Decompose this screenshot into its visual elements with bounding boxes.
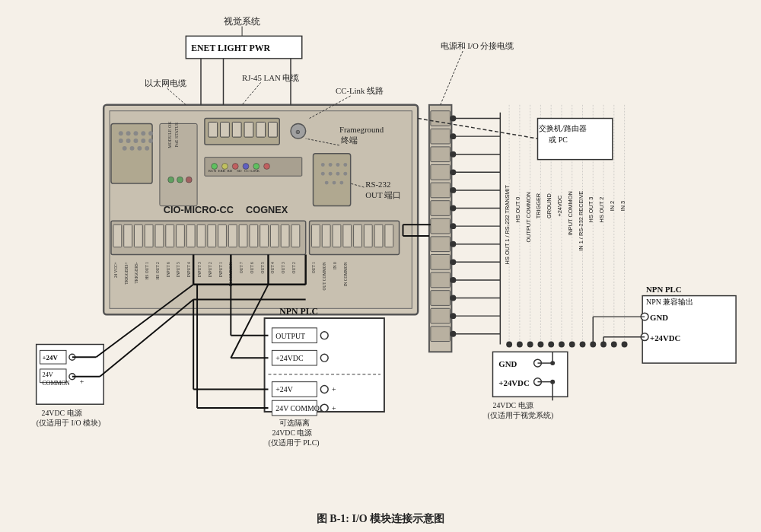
svg-point-225 — [527, 342, 533, 348]
svg-text:+24V: +24V — [43, 354, 59, 362]
svg-point-230 — [580, 342, 586, 348]
svg-rect-159 — [431, 111, 451, 126]
svg-point-16 — [137, 146, 142, 151]
svg-rect-30 — [269, 122, 278, 137]
svg-point-22 — [177, 177, 183, 183]
svg-point-5 — [126, 131, 131, 135]
svg-text:+24V: +24V — [275, 385, 292, 393]
svg-rect-167 — [431, 255, 451, 270]
svg-text:+24VDC: +24VDC — [498, 378, 529, 387]
svg-point-14 — [123, 146, 127, 151]
svg-point-233 — [611, 342, 617, 348]
svg-text:OUT 7: OUT 7 — [239, 262, 244, 273]
svg-text:NPN PLC: NPN PLC — [646, 285, 681, 294]
svg-rect-171 — [431, 327, 451, 342]
svg-text:COGNEX: COGNEX — [246, 204, 288, 215]
svg-point-226 — [538, 342, 544, 348]
svg-text:以太网电缆: 以太网电缆 — [145, 78, 186, 88]
svg-point-4 — [119, 131, 123, 135]
svg-text:ENET  LIGHT  PWR: ENET LIGHT PWR — [191, 43, 270, 53]
svg-text:(仅适用于视觉系统): (仅适用于视觉系统) — [488, 411, 554, 420]
svg-rect-75 — [270, 225, 279, 247]
svg-text:HS OUT 1 / RS-232 TRANSMIT: HS OUT 1 / RS-232 TRANSMIT — [504, 184, 511, 264]
svg-text:IN 0: IN 0 — [333, 262, 337, 269]
svg-text:NPN PLC: NPN PLC — [279, 306, 318, 317]
svg-text:(仅适用于 PLC): (仅适用于 PLC) — [269, 438, 320, 448]
svg-text:INPUT COMMON: INPUT COMMON — [567, 191, 574, 235]
svg-text:INPUT 2: INPUT 2 — [208, 262, 212, 277]
svg-text:终端: 终端 — [341, 135, 358, 145]
svg-rect-163 — [431, 183, 451, 198]
svg-rect-69 — [208, 225, 216, 247]
svg-rect-76 — [281, 225, 289, 247]
svg-point-39 — [264, 164, 270, 170]
svg-text:电源和 I/O 分接电缆: 电源和 I/O 分接电缆 — [441, 41, 514, 50]
svg-text:+: + — [80, 377, 84, 386]
svg-rect-45 — [314, 154, 351, 206]
svg-text:INPUT 1: INPUT 1 — [218, 262, 223, 277]
svg-text:+24VDC: +24VDC — [650, 333, 680, 342]
svg-text:OUT 1: OUT 1 — [311, 262, 316, 273]
svg-text:GND: GND — [650, 313, 668, 322]
svg-text:NPN 兼容输出: NPN 兼容输出 — [646, 298, 693, 306]
svg-rect-80 — [322, 225, 330, 247]
svg-text:24 VCC+: 24 VCC+ — [113, 262, 118, 278]
svg-point-8 — [148, 131, 153, 135]
svg-text:24V: 24V — [43, 371, 53, 378]
svg-point-53 — [343, 172, 347, 176]
svg-text:SD: SD — [237, 169, 242, 173]
svg-rect-85 — [374, 225, 383, 247]
svg-text:OUT 5: OUT 5 — [260, 262, 265, 273]
svg-text:HS OUT 2: HS OUT 2 — [598, 197, 605, 223]
svg-text:OUT 端口: OUT 端口 — [365, 190, 401, 199]
svg-rect-73 — [250, 225, 258, 247]
svg-text:GND: GND — [498, 359, 517, 368]
svg-rect-28 — [244, 122, 253, 137]
svg-rect-71 — [228, 225, 237, 247]
svg-text:INPUT 3: INPUT 3 — [197, 262, 202, 277]
svg-point-15 — [130, 146, 135, 151]
svg-point-145 — [320, 404, 328, 412]
svg-rect-74 — [260, 225, 269, 247]
svg-point-9 — [119, 139, 123, 143]
svg-text:⊕: ⊕ — [295, 129, 301, 135]
svg-text:INPUT 4: INPUT 4 — [186, 262, 191, 277]
svg-text:24VDC 电源: 24VDC 电源 — [493, 401, 533, 409]
diagram-area: MODULE OK PoE STATUS ⊕ — [8, 8, 753, 502]
svg-rect-164 — [431, 201, 451, 216]
svg-rect-72 — [239, 225, 247, 247]
svg-text:OUTPUT COMMON: OUTPUT COMMON — [525, 192, 532, 243]
svg-text:GROUND: GROUND — [546, 193, 552, 218]
svg-rect-63 — [145, 225, 153, 247]
svg-text:OUT 3: OUT 3 — [281, 262, 285, 273]
svg-point-38 — [253, 164, 260, 170]
svg-text:+: + — [332, 404, 336, 413]
svg-point-52 — [336, 172, 339, 176]
svg-point-56 — [339, 181, 343, 185]
svg-point-49 — [343, 163, 347, 167]
svg-text:视觉系统: 视觉系统 — [224, 16, 260, 27]
svg-point-11 — [134, 139, 139, 143]
svg-point-48 — [336, 163, 339, 167]
svg-text:+: + — [332, 385, 336, 393]
svg-rect-168 — [431, 272, 451, 288]
svg-rect-82 — [343, 225, 352, 247]
svg-text:OUTPUT: OUTPUT — [275, 332, 305, 340]
page: MODULE OK PoE STATUS ⊕ — [0, 0, 761, 532]
svg-point-55 — [333, 181, 336, 185]
svg-text:Frameground: Frameground — [339, 125, 384, 134]
svg-text:RD: RD — [227, 169, 232, 173]
svg-point-47 — [329, 163, 333, 167]
svg-text:TRIGGERS+: TRIGGERS+ — [124, 262, 129, 284]
svg-text:CC-Link 线路: CC-Link 线路 — [336, 86, 384, 95]
svg-text:IN 1 / RS-232 RECEIVE: IN 1 / RS-232 RECEIVE — [578, 191, 584, 251]
svg-point-228 — [559, 342, 565, 348]
svg-rect-62 — [134, 225, 142, 247]
svg-point-35 — [222, 164, 228, 170]
svg-rect-29 — [256, 122, 266, 137]
figure-caption: 图 B-1: I/O 模块连接示意图 — [0, 512, 761, 526]
svg-text:HS OUT 0: HS OUT 0 — [514, 197, 521, 223]
svg-text:交换机/路由器: 交换机/路由器 — [539, 124, 587, 132]
svg-text:+24VDC: +24VDC — [275, 354, 304, 362]
svg-rect-160 — [431, 129, 451, 144]
